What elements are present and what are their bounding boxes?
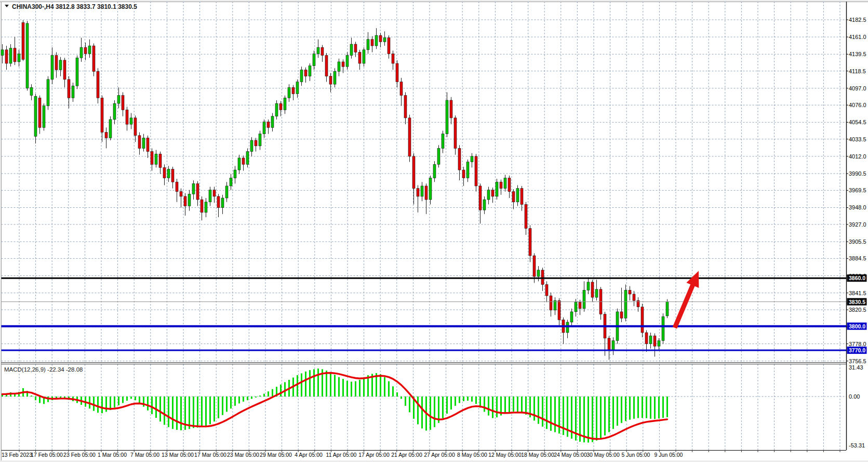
candle-body	[271, 116, 274, 128]
candle-body	[1, 50, 4, 56]
candle-body	[59, 60, 62, 70]
symbol-title: CHINA300-,H4 3812.8 3833.7 3810.1 3830.5	[12, 3, 137, 10]
candle-body	[570, 312, 573, 322]
candle-body	[26, 23, 29, 88]
candle-body	[317, 47, 319, 54]
candle-body	[388, 38, 390, 54]
candle-body	[487, 190, 490, 200]
candle-body	[633, 294, 635, 300]
candle-body	[512, 192, 515, 202]
candle-body	[88, 46, 91, 54]
candle-body	[662, 316, 664, 340]
window-frame	[0, 0, 868, 462]
candle-body	[412, 156, 415, 189]
candle-body	[608, 338, 610, 350]
candle-body	[417, 188, 419, 196]
candle-body	[408, 118, 411, 156]
candle-body	[329, 76, 332, 84]
candle-body	[645, 333, 648, 344]
candle-body	[180, 192, 182, 196]
candle-body	[666, 302, 669, 316]
candle-body	[367, 39, 369, 50]
candle-body	[375, 35, 378, 46]
candle-body	[475, 156, 477, 186]
candle-body	[612, 340, 615, 350]
candle-body	[591, 282, 594, 297]
candle-body	[442, 134, 444, 149]
chart-window: CHINA300-,H4 3812.8 3833.7 3810.1 3830.5…	[0, 0, 868, 462]
candle-body	[379, 35, 382, 42]
candle-body	[109, 120, 112, 138]
candle-body	[142, 138, 145, 148]
candle-body	[176, 182, 178, 191]
candle-body	[72, 86, 74, 98]
candle-body	[653, 336, 656, 346]
macd-indicator-label: MACD(12,26,9) -22.34 -28.08	[4, 366, 83, 373]
candle-body	[217, 196, 220, 208]
candle-body	[101, 98, 103, 132]
candle-body	[263, 122, 265, 134]
candle-body	[246, 152, 249, 165]
candle-body	[583, 290, 585, 308]
candle-body	[267, 122, 270, 128]
candle-body	[496, 182, 498, 196]
candle-body	[363, 50, 365, 63]
candle-body	[171, 169, 174, 182]
candle-body	[504, 178, 506, 188]
candle-body	[188, 194, 191, 206]
candle-body	[213, 190, 216, 196]
candle-body	[325, 56, 328, 76]
candle-body	[80, 47, 83, 58]
candle-body	[579, 302, 581, 308]
candle-body	[113, 103, 116, 120]
candle-body	[425, 186, 428, 200]
candle-body	[437, 148, 440, 164]
candle-body	[259, 134, 261, 146]
candle-body	[629, 290, 631, 294]
candle-body	[383, 38, 386, 42]
candle-body	[520, 188, 523, 204]
candle-body	[550, 296, 552, 310]
candle-body	[296, 82, 299, 94]
candle-body	[68, 80, 70, 98]
candle-body	[22, 22, 24, 59]
candle-body	[18, 54, 20, 62]
candle-body	[38, 98, 41, 127]
candle-body	[346, 56, 349, 67]
candle-body	[566, 322, 569, 333]
candle-body	[429, 178, 432, 200]
candle-body	[575, 302, 577, 311]
candle-body	[221, 198, 224, 207]
candle-body	[9, 48, 12, 63]
frame-top	[0, 0, 868, 2]
candle-body	[55, 56, 58, 70]
candle-body	[275, 103, 278, 116]
candle-body	[508, 178, 511, 191]
time-axis[interactable]	[1, 450, 846, 460]
candle-body	[163, 167, 166, 178]
candle-body	[292, 87, 295, 94]
candle-body	[130, 118, 132, 124]
candle-body	[533, 256, 536, 276]
price-axis[interactable]	[847, 2, 868, 450]
candle-body	[624, 290, 627, 318]
candle-body	[371, 39, 373, 46]
chart-canvas: CHINA300-,H4 3812.8 3833.7 3810.1 3830.5…	[0, 0, 868, 462]
candle-body	[421, 186, 423, 196]
candle-body	[76, 58, 78, 86]
candle-body	[234, 170, 236, 178]
candle-body	[333, 71, 336, 84]
frame-left	[0, 0, 1, 462]
candle-body	[225, 186, 228, 198]
candle-body	[587, 282, 590, 290]
candle-body	[450, 100, 452, 118]
candle-body	[117, 96, 120, 103]
candle-body	[196, 183, 199, 200]
candle-body	[47, 80, 49, 106]
candle-body	[43, 106, 45, 128]
candle-body	[392, 54, 394, 63]
candle-body	[209, 190, 211, 202]
candle-body	[433, 164, 436, 178]
candle-body	[658, 340, 660, 346]
candle-body	[558, 300, 560, 320]
